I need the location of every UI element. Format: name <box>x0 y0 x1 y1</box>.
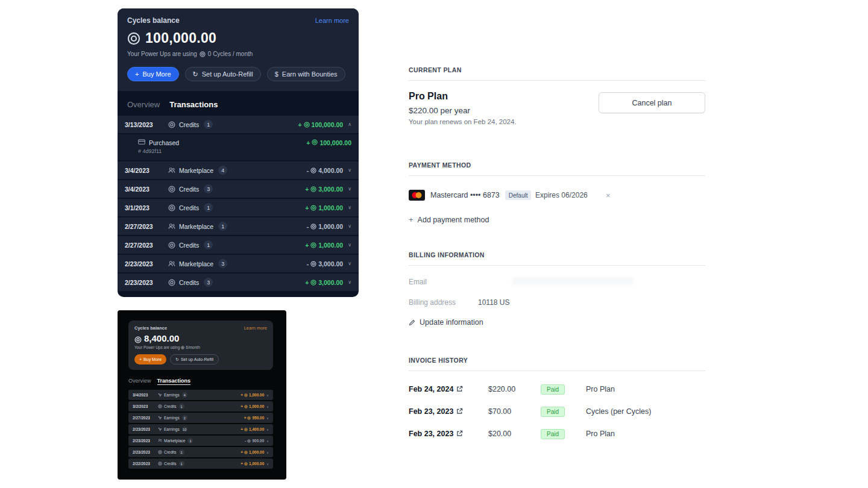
chevron-down-icon[interactable]: ∨ <box>266 462 269 466</box>
transaction-type-label: Marketplace <box>179 223 213 230</box>
chevron-down-icon[interactable]: ∨ <box>348 224 351 229</box>
remove-card-icon[interactable]: × <box>606 191 611 200</box>
billing-address-label: Billing address <box>409 298 478 307</box>
transaction-count-badge: 1 <box>179 449 184 455</box>
chevron-up-icon[interactable]: ∧ <box>348 122 351 127</box>
transaction-amount: + 3,000.00 <box>305 279 343 286</box>
card-label: Mastercard •••• 6873 <box>430 191 500 199</box>
transaction-row[interactable]: 3/4/2023 Credits 3 + 3,000.00 ∨ <box>118 180 359 198</box>
chevron-down-icon[interactable]: ∨ <box>266 428 269 431</box>
transaction-row[interactable]: 2/23/2023 Marketplace 1 - 900.00 ∨ <box>128 436 273 446</box>
transaction-type-cell: Marketplace 1 <box>158 438 193 443</box>
transaction-amount: - 900.00 <box>245 439 264 443</box>
transaction-row[interactable]: 2/23/2023 Credits 3 + 3,000.00 ∨ <box>118 274 359 291</box>
chevron-down-icon[interactable]: ∨ <box>348 261 351 266</box>
plus-icon: + <box>409 215 414 224</box>
tab-transactions[interactable]: Transactions <box>157 378 191 385</box>
chevron-down-icon[interactable]: ∨ <box>266 451 269 454</box>
marketplace-icon <box>168 260 175 267</box>
transaction-amount: + 1,400.00 <box>241 427 264 431</box>
chevron-down-icon[interactable]: ∨ <box>348 186 351 192</box>
divider <box>409 80 705 81</box>
tab-transactions[interactable]: Transactions <box>169 100 218 109</box>
cycles-coin-icon <box>247 439 251 443</box>
chevron-down-icon[interactable]: ∨ <box>348 167 351 173</box>
transaction-count-badge: 3 <box>204 278 213 287</box>
tab-overview[interactable]: Overview <box>127 100 160 109</box>
transaction-count-badge: 1 <box>204 203 213 212</box>
transaction-row[interactable]: 2/22/2023 Credits 1 + 1,000.00 ∨ <box>128 458 273 469</box>
chevron-down-icon[interactable]: ∨ <box>266 416 269 420</box>
cycles-balance-label: Cycles balance <box>134 325 167 331</box>
power-ups-usage-note: Your Power Ups are using 0 Cycles / mont… <box>127 51 349 57</box>
auto-refill-button[interactable]: ↻ Set up Auto-Refill <box>185 67 261 81</box>
plan-name: Pro Plan <box>409 91 517 102</box>
transaction-row[interactable]: 3/1/2023 Credits 1 + 1,000.00 ∨ <box>118 199 359 216</box>
chevron-down-icon[interactable]: ∨ <box>266 405 269 408</box>
transaction-row[interactable]: 2/27/2023 Marketplace 1 - 1,000.00 ∨ <box>118 217 359 235</box>
earnings-icon <box>158 427 162 431</box>
invoice-date-link[interactable]: Feb 24, 2024 <box>409 385 488 393</box>
payment-method-section: PAYMENT METHOD Mastercard •••• 6873 Defa… <box>409 161 705 224</box>
section-label: CURRENT PLAN <box>409 66 705 74</box>
transaction-date: 3/2/2023 <box>133 404 158 408</box>
transaction-row[interactable]: 3/4/2023 Earnings 4 + 1,000.00 ∨ <box>128 390 273 400</box>
pencil-icon <box>409 319 415 326</box>
transaction-row[interactable]: 2/27/2023 Credits 1 + 1,000.00 ∨ <box>118 236 359 254</box>
divider <box>409 371 705 371</box>
chevron-down-icon[interactable]: ∨ <box>348 242 351 248</box>
section-label: INVOICE HISTORY <box>409 357 705 364</box>
invoice-row: Feb 24, 2024 $220.00 Paid Pro Plan <box>409 382 705 396</box>
plus-icon: + <box>135 71 139 78</box>
chevron-down-icon[interactable]: ∨ <box>348 205 351 210</box>
transaction-count-badge: 1 <box>218 222 227 231</box>
learn-more-link[interactable]: Learn more <box>244 325 267 331</box>
default-badge: Default <box>505 190 532 200</box>
transaction-row[interactable]: 3/13/2023 Credits 1 + 100,000.00 ∧ <box>118 116 359 133</box>
transaction-row[interactable]: 3/2/2023 Credits 1 + 1,000.00 ∨ <box>128 401 273 411</box>
update-information-link[interactable]: Update information <box>409 318 705 327</box>
cycles-coin-icon <box>181 346 184 349</box>
paid-status-badge: Paid <box>541 429 565 439</box>
transaction-date: 3/1/2023 <box>125 204 168 211</box>
transaction-type-cell: Credits 3 <box>168 184 213 193</box>
learn-more-link[interactable]: Learn more <box>315 17 349 24</box>
cycles-coin-icon <box>244 462 248 466</box>
chevron-down-icon[interactable]: ∨ <box>266 439 269 443</box>
transaction-type-label: Marketplace <box>179 167 213 174</box>
transaction-row[interactable]: 3/4/2023 Marketplace 4 - 4,000.00 ∨ <box>118 161 359 179</box>
transaction-date: 2/27/2023 <box>125 242 168 249</box>
transaction-type-cell: Marketplace 3 <box>168 259 227 268</box>
buy-more-button[interactable]: + Buy More <box>134 354 166 364</box>
transactions-table: 3/4/2023 Earnings 4 + 1,000.00 ∨ 3/2/202… <box>128 390 273 469</box>
credits-icon <box>158 404 162 408</box>
invoice-row: Feb 23, 2023 $20.00 Paid Pro Plan <box>409 427 705 440</box>
transaction-date: 3/4/2023 <box>125 186 168 193</box>
invoice-date-link[interactable]: Feb 23, 2023 <box>409 407 488 416</box>
mini-balance-card: Cycles balance Learn more 8,400.00 Your … <box>128 321 273 370</box>
chevron-down-icon[interactable]: ∨ <box>348 280 351 285</box>
payment-card-row: Mastercard •••• 6873 Default Expires 06/… <box>409 188 705 202</box>
transaction-type-cell: Marketplace 1 <box>168 222 227 231</box>
chevron-down-icon[interactable]: ∨ <box>266 393 269 397</box>
billing-page: CURRENT PLAN Pro Plan $220.00 per year Y… <box>409 66 705 457</box>
transaction-row[interactable]: 2/23/2023 Credits 1 + 1,000.00 ∨ <box>128 447 273 457</box>
tab-overview[interactable]: Overview <box>128 378 151 385</box>
cancel-plan-button[interactable]: Cancel plan <box>599 92 705 113</box>
transaction-row[interactable]: 2/27/2023 Earnings 2 + 950.00 ∨ <box>128 413 273 423</box>
invoice-description: Pro Plan <box>586 430 615 438</box>
invoice-date-link[interactable]: Feb 23, 2023 <box>409 430 488 438</box>
earn-bounties-button[interactable]: $ Earn with Bounties <box>267 67 345 81</box>
buy-more-button[interactable]: + Buy More <box>127 67 179 81</box>
cycles-coin-icon <box>127 32 140 45</box>
auto-refill-button[interactable]: ↻ Set up Auto-Refill <box>170 354 219 364</box>
transaction-type-label: Credits <box>179 204 199 211</box>
email-row: Email <box>409 277 705 286</box>
marketplace-icon <box>158 439 162 443</box>
add-payment-method-link[interactable]: + Add payment method <box>409 215 705 224</box>
transaction-row[interactable]: 2/23/2023 Marketplace 3 - 3,000.00 ∨ <box>118 255 359 272</box>
invoice-amount: $70.00 <box>488 407 541 416</box>
transaction-row[interactable]: 2/23/2023 Earnings 10 + 1,400.00 ∨ <box>128 424 273 434</box>
email-value-redacted <box>512 277 633 285</box>
transaction-type-cell: Earnings 2 <box>158 415 187 421</box>
